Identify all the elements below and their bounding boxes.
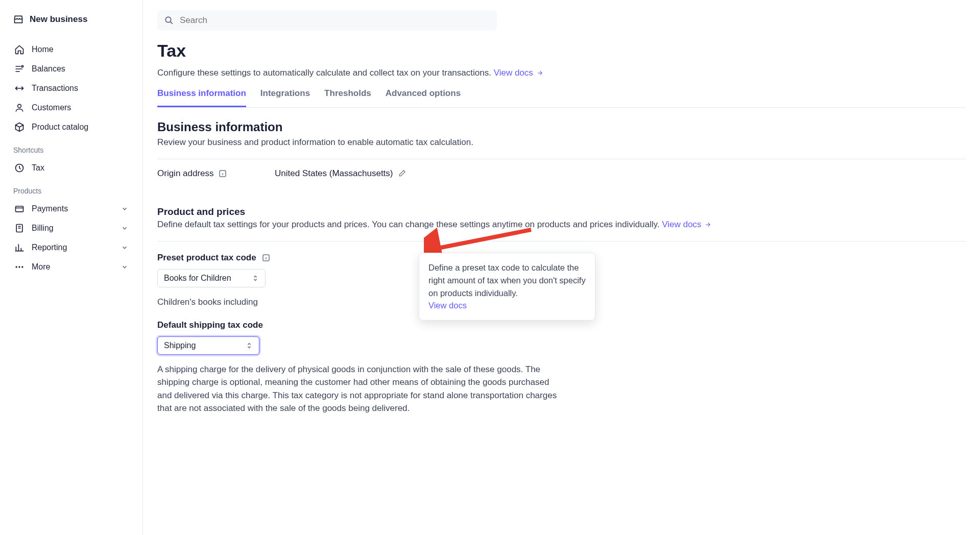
svg-point-7 bbox=[21, 266, 23, 268]
sidebar-item-product-catalog[interactable]: Product catalog bbox=[9, 117, 133, 137]
shortcuts-label: Shortcuts bbox=[9, 137, 133, 158]
home-icon bbox=[14, 44, 25, 55]
product-prices-desc: Define default tax settings for your pro… bbox=[157, 220, 966, 230]
chevron-down-icon bbox=[121, 263, 128, 271]
view-docs-link[interactable]: View docs bbox=[494, 68, 544, 78]
origin-address-row: Origin address United States (Massachuse… bbox=[157, 159, 966, 188]
products-label: Products bbox=[9, 178, 133, 199]
sidebar-item-balances[interactable]: Balances bbox=[9, 59, 133, 79]
chart-icon bbox=[14, 242, 25, 253]
transactions-icon bbox=[14, 83, 25, 93]
svg-point-0 bbox=[21, 65, 23, 67]
chevron-down-icon bbox=[121, 225, 128, 232]
page-title: Tax bbox=[157, 41, 966, 61]
balances-icon bbox=[14, 64, 25, 74]
tab-business-information[interactable]: Business information bbox=[157, 88, 246, 107]
sidebar-item-payments[interactable]: Payments bbox=[9, 199, 133, 218]
sidebar-brand[interactable]: New business bbox=[9, 14, 133, 25]
view-docs-link-pp[interactable]: View docs bbox=[662, 220, 712, 229]
ellipsis-icon bbox=[14, 262, 25, 272]
shipping-tax-code-label: Default shipping tax code bbox=[157, 320, 966, 330]
brand-name: New business bbox=[30, 14, 87, 25]
svg-point-1 bbox=[18, 104, 21, 108]
search-box[interactable] bbox=[157, 10, 497, 31]
svg-point-6 bbox=[18, 266, 20, 268]
svg-rect-3 bbox=[16, 206, 23, 212]
tab-integrations[interactable]: Integrations bbox=[260, 88, 310, 107]
chevron-down-icon bbox=[121, 205, 128, 212]
search-input[interactable] bbox=[180, 15, 490, 26]
divider bbox=[157, 241, 966, 241]
sidebar-item-reporting[interactable]: Reporting bbox=[9, 238, 133, 257]
box-icon bbox=[14, 122, 25, 132]
preset-tax-code-select[interactable]: Books for Children bbox=[157, 269, 266, 287]
svg-point-5 bbox=[16, 266, 17, 268]
product-prices-heading: Product and prices bbox=[157, 206, 966, 217]
receipt-icon bbox=[14, 223, 25, 233]
wallet-icon bbox=[14, 204, 25, 214]
business-info-desc: Review your business and product informa… bbox=[157, 137, 966, 148]
customers-icon bbox=[14, 103, 25, 113]
updown-icon bbox=[246, 342, 253, 349]
sidebar-item-more[interactable]: More bbox=[9, 257, 133, 277]
search-icon bbox=[164, 16, 174, 25]
tab-advanced-options[interactable]: Advanced options bbox=[386, 88, 461, 107]
sidebar-item-billing[interactable]: Billing bbox=[9, 218, 133, 238]
chevron-down-icon bbox=[121, 244, 128, 251]
tab-thresholds[interactable]: Thresholds bbox=[324, 88, 371, 107]
svg-point-8 bbox=[165, 17, 171, 22]
main-content: Tax Configure these settings to automati… bbox=[143, 0, 980, 535]
info-icon[interactable] bbox=[218, 169, 227, 178]
page-description: Configure these settings to automaticall… bbox=[157, 68, 966, 78]
clock-icon bbox=[14, 163, 25, 173]
shipping-tax-code-select[interactable]: Shipping bbox=[157, 336, 259, 355]
edit-icon[interactable] bbox=[398, 169, 406, 178]
origin-address-label: Origin address bbox=[157, 168, 275, 179]
sidebar-item-home[interactable]: Home bbox=[9, 40, 133, 59]
sidebar-item-customers[interactable]: Customers bbox=[9, 98, 133, 117]
tooltip: Define a preset tax code to calculate th… bbox=[419, 253, 595, 321]
tabs: Business information Integrations Thresh… bbox=[157, 88, 966, 108]
shipping-help-text: A shipping charge for the delivery of ph… bbox=[157, 363, 566, 415]
info-icon[interactable] bbox=[261, 253, 271, 262]
sidebar: New business Home Balances Transactions … bbox=[0, 0, 143, 535]
storefront-icon bbox=[13, 14, 23, 25]
origin-address-value: United States (Massachusetts) bbox=[275, 168, 406, 179]
updown-icon bbox=[252, 275, 259, 282]
svg-line-11 bbox=[433, 230, 531, 249]
sidebar-item-tax[interactable]: Tax bbox=[9, 158, 133, 178]
tooltip-view-docs[interactable]: View docs bbox=[428, 301, 467, 310]
business-info-heading: Business information bbox=[157, 120, 966, 134]
sidebar-item-transactions[interactable]: Transactions bbox=[9, 79, 133, 98]
